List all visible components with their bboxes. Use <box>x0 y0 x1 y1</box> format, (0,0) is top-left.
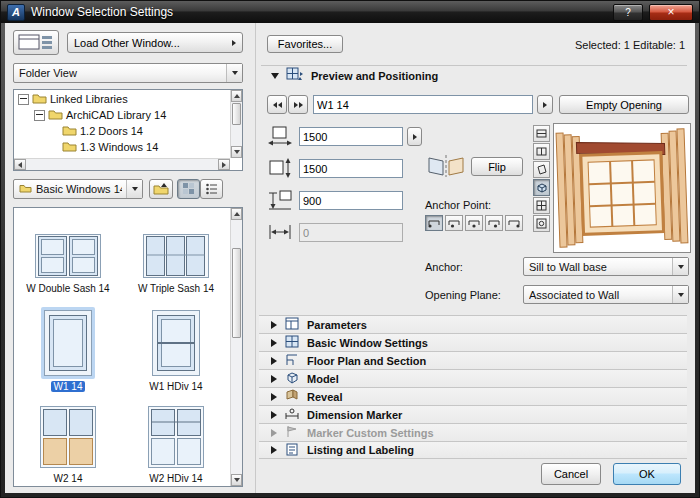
section-parameters[interactable]: Parameters <box>259 315 687 333</box>
nominal-frame-icon <box>267 221 293 245</box>
scroll-up-icon[interactable] <box>231 90 242 102</box>
thumbnail-view-icon <box>182 182 195 197</box>
section-reveal[interactable]: Reveal <box>259 387 687 405</box>
section-preview-and-positioning[interactable]: Preview and Positioning <box>261 65 687 85</box>
model-icon <box>285 371 299 386</box>
scroll-down-icon[interactable] <box>231 146 242 158</box>
tree-item-windows-14[interactable]: 1.3 Windows 14 <box>16 139 229 155</box>
section-listing-and-labeling[interactable]: Listing and Labeling <box>259 441 687 459</box>
thumbnail-w1-hdiv-14[interactable]: W1 HDiv 14 <box>146 296 205 394</box>
render-view-icon[interactable] <box>533 215 550 232</box>
window-w2-hdiv-preview-icon <box>145 403 207 471</box>
section-expanded-icon <box>271 73 279 79</box>
folder-up-button[interactable] <box>149 179 173 199</box>
section-collapsed-icon <box>271 393 277 401</box>
grid-view-icon[interactable] <box>533 197 550 214</box>
anchor-right-icon[interactable] <box>505 215 523 231</box>
thumbnail-view-toggle[interactable] <box>177 179 200 199</box>
close-button[interactable]: × <box>649 4 693 21</box>
folder-up-icon <box>153 182 169 197</box>
current-folder-dropdown[interactable]: Basic Windows 14 <box>13 179 143 199</box>
anchor-quarter-icon[interactable] <box>445 215 463 231</box>
section-model[interactable]: Model <box>259 369 687 387</box>
width-options-button[interactable] <box>407 127 422 146</box>
library-tree: Linked Libraries ArchiCAD Library 14 1.2… <box>13 89 243 171</box>
list-view-toggle[interactable] <box>200 179 223 199</box>
section-basic-window-settings[interactable]: Basic Window Settings <box>259 333 687 351</box>
listing-and-labeling-icon <box>285 443 299 458</box>
folder-icon <box>62 124 77 138</box>
section-collapsed-icon <box>271 321 277 329</box>
object-name-field[interactable] <box>313 95 533 114</box>
anchor-label: Anchor: <box>425 261 463 273</box>
dialog-body: Load Other Window... Folder View Linked … <box>5 23 695 493</box>
help-button[interactable]: ? <box>613 4 643 21</box>
chevron-down-icon[interactable] <box>672 286 688 303</box>
library-view-dropdown[interactable]: Folder View <box>13 63 243 83</box>
scroll-left-icon[interactable] <box>14 159 26 170</box>
reveal-icon <box>285 389 299 404</box>
tree-item-linked-libraries[interactable]: Linked Libraries <box>16 91 229 107</box>
dialog-title: Window Selection Settings <box>31 5 607 19</box>
chevron-down-icon[interactable] <box>672 258 688 275</box>
previous-item-button[interactable] <box>267 95 287 114</box>
section-marker-custom-settings[interactable]: Marker Custom Settings <box>259 423 687 441</box>
archicad-app-icon: A <box>7 4 25 21</box>
titlebar[interactable]: A Window Selection Settings ? × <box>1 1 699 23</box>
library-view-mode-button[interactable] <box>13 30 59 55</box>
thumbnail-vertical-scrollbar[interactable] <box>230 208 242 486</box>
folder-icon <box>32 92 47 106</box>
load-other-window-button[interactable]: Load Other Window... <box>67 32 243 53</box>
thumbnail-w-double-sash-14[interactable]: W Double Sash 14 <box>23 210 112 296</box>
anchor-threequarter-icon[interactable] <box>485 215 503 231</box>
elevation-view-icon[interactable] <box>533 125 550 142</box>
favorites-button[interactable]: Favorites... <box>267 35 343 53</box>
thumbnail-w2-hdiv-14[interactable]: W2 HDiv 14 <box>145 394 207 486</box>
window-selection-settings-dialog: A Window Selection Settings ? × Load Oth… <box>0 0 700 498</box>
window-w2-preview-icon <box>37 403 99 471</box>
sill-height-field[interactable] <box>299 191 403 210</box>
window-triple-sash-preview-icon <box>140 231 212 281</box>
side-view-icon[interactable] <box>533 143 550 160</box>
thumbnail-w1-14[interactable]: W1 14 <box>41 296 95 394</box>
tree-scroll-thumb[interactable] <box>232 103 241 125</box>
chevron-down-icon[interactable] <box>226 64 242 82</box>
header-depth-field[interactable] <box>299 223 403 242</box>
anchor-center-icon[interactable] <box>465 215 483 231</box>
3d-view-icon[interactable] <box>533 179 550 196</box>
empty-opening-button[interactable]: Empty Opening <box>559 95 689 114</box>
dimension-marker-icon <box>285 407 299 422</box>
axonometry-view-icon[interactable] <box>533 161 550 178</box>
collapse-icon[interactable] <box>18 94 29 105</box>
section-collapsed-icon <box>271 411 277 419</box>
thumbnail-w-triple-sash-14[interactable]: W Triple Sash 14 <box>135 210 217 296</box>
tree-item-archicad-library-14[interactable]: ArchiCAD Library 14 <box>16 107 229 123</box>
tree-vertical-scrollbar[interactable] <box>230 90 242 158</box>
anchor-dropdown[interactable]: Sill to Wall base <box>523 257 689 276</box>
thumbnail-scroll-thumb[interactable] <box>232 248 241 338</box>
object-name-menu-button[interactable] <box>537 95 553 114</box>
window-3d-preview[interactable] <box>553 123 691 253</box>
folder-icon <box>19 183 32 195</box>
height-field[interactable] <box>299 159 403 178</box>
scroll-up-icon[interactable] <box>231 208 242 220</box>
chevron-down-icon[interactable] <box>126 180 142 198</box>
section-floor-plan-and-section[interactable]: Floor Plan and Section <box>259 351 687 369</box>
tree-item-doors-14[interactable]: 1.2 Doors 14 <box>16 123 229 139</box>
anchor-left-icon[interactable] <box>425 215 443 231</box>
width-field[interactable] <box>299 127 403 146</box>
preview-positioning-icon <box>286 67 304 84</box>
tree-horizontal-scrollbar[interactable] <box>14 158 230 170</box>
opening-plane-dropdown[interactable]: Associated to Wall <box>523 285 689 304</box>
nav-forward-icon <box>294 102 303 108</box>
flip-button[interactable]: Flip <box>471 157 523 176</box>
thumbnail-w2-14[interactable]: W2 14 <box>37 394 99 486</box>
window-thumbnail-list: W Double Sash 14 W Triple Sash 14 W1 14 <box>13 207 243 487</box>
section-dimension-marker[interactable]: Dimension Marker <box>259 405 687 423</box>
scroll-down-icon[interactable] <box>231 474 242 486</box>
next-item-button[interactable] <box>288 95 308 114</box>
collapse-icon[interactable] <box>34 110 45 121</box>
scroll-right-icon[interactable] <box>218 159 230 170</box>
ok-button[interactable]: OK <box>613 463 681 485</box>
cancel-button[interactable]: Cancel <box>541 463 601 485</box>
